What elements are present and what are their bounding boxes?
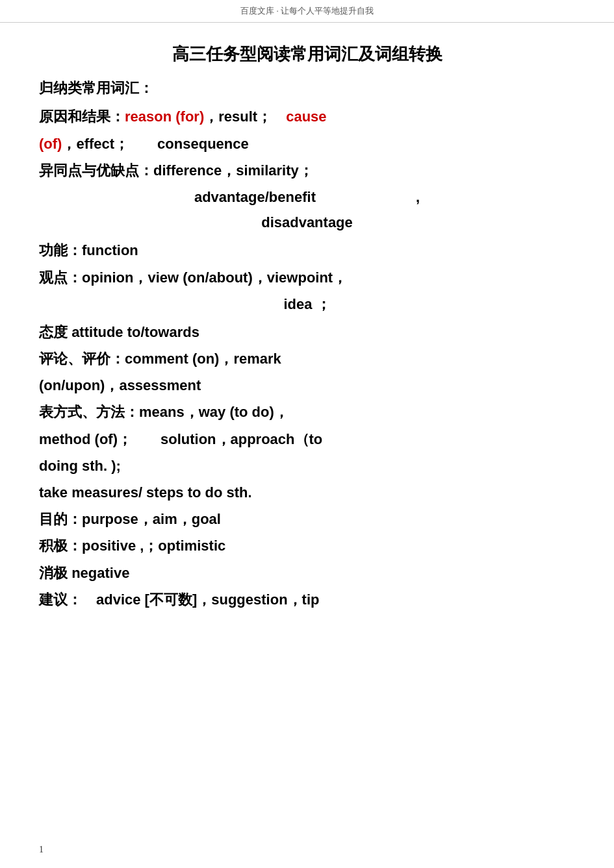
vocab-doing: doing sth. ); xyxy=(39,458,121,474)
section-cause-effect-2: (of)，effect； consequence xyxy=(39,132,575,155)
chinese-opinion: 观点： xyxy=(39,269,82,286)
section-negative: 消极 negative xyxy=(39,562,575,584)
vocab-positive: positive ,；optimistic xyxy=(82,538,225,554)
vocab-comment: comment (on)，remark xyxy=(125,351,281,367)
header-text: 百度文库 · 让每个人平等地提升自我 xyxy=(240,6,374,16)
vocab-difference: difference，similarity； xyxy=(153,162,313,179)
chinese-negative: 消极 xyxy=(39,565,71,581)
vocab-of: (of) xyxy=(39,136,62,152)
section-measures: take measures/ steps to do sth. xyxy=(39,481,575,504)
content-area: 高三任务型阅读常用词汇及词组转换 归纳类常用词汇： 原因和结果：reason (… xyxy=(0,23,614,654)
chinese-attitude: 态度 xyxy=(39,324,71,340)
punct1: ，result； xyxy=(204,108,286,125)
chinese-label: 原因和结果： xyxy=(39,108,125,125)
page-title: 高三任务型阅读常用词汇及词组转换 xyxy=(39,42,575,66)
subtitle: 归纳类常用词汇： xyxy=(39,77,575,99)
section-suggestion: 建议： advice [不可数]，suggestion，tip xyxy=(39,588,575,611)
chinese-purpose: 目的： xyxy=(39,511,82,527)
section-function: 功能：function xyxy=(39,239,575,262)
vocab-reason: reason (for) xyxy=(125,108,204,125)
section-purpose: 目的：purpose，aim，goal xyxy=(39,508,575,530)
section-method-3: doing sth. ); xyxy=(39,454,575,477)
vocab-advantage: advantage/benefit , xyxy=(39,186,575,208)
chinese-method: 表方式、方法： xyxy=(39,404,139,420)
section-comment: 评论、评价：comment (on)，remark xyxy=(39,347,575,370)
vocab-opinion: opinion，view (on/about)，viewpoint， xyxy=(82,269,347,286)
section-positive: 积极：positive ,；optimistic xyxy=(39,534,575,557)
vocab-remark: (on/upon)，assessment xyxy=(39,377,201,393)
page-container: 百度文库 · 让每个人平等地提升自我 高三任务型阅读常用词汇及词组转换 归纳类常… xyxy=(0,0,614,868)
chinese-positive: 积极： xyxy=(39,538,82,554)
header-bar: 百度文库 · 让每个人平等地提升自我 xyxy=(0,0,614,23)
section-method-2: method (of)； solution，approach（to xyxy=(39,428,575,451)
vocab-measures: take measures/ steps to do sth. xyxy=(39,484,252,501)
vocab-attitude: attitude to/towards xyxy=(71,324,199,340)
vocab-purpose: purpose，aim，goal xyxy=(82,511,221,527)
chinese-suggestion: 建议： xyxy=(39,591,96,608)
vocab-advice: advice [不可数]，suggestion，tip xyxy=(96,591,319,608)
vocab-function: function xyxy=(82,242,138,258)
chinese-comment: 评论、评价： xyxy=(39,351,125,367)
chinese-diff: 异同点与优缺点： xyxy=(39,162,153,179)
vocab-effect: ，effect； consequence xyxy=(62,136,248,152)
section-difference: 异同点与优缺点：difference，similarity； xyxy=(39,159,575,182)
section-cause-effect: 原因和结果：reason (for)，result； cause xyxy=(39,105,575,128)
vocab-method: method (of)； solution，approach（to xyxy=(39,431,322,447)
vocab-means: means，way (to do)， xyxy=(139,404,288,420)
chinese-func: 功能： xyxy=(39,242,82,258)
section-method: 表方式、方法：means，way (to do)， xyxy=(39,401,575,423)
section-comment-2: (on/upon)，assessment xyxy=(39,374,575,397)
page-number: 1 xyxy=(39,845,44,855)
vocab-negative: negative xyxy=(71,565,129,581)
vocab-disadvantage: disadvantage xyxy=(39,211,575,234)
vocab-idea: idea ； xyxy=(39,293,575,316)
vocab-cause: cause xyxy=(286,108,326,125)
section-attitude: 态度 attitude to/towards xyxy=(39,321,575,343)
section-opinion: 观点：opinion，view (on/about)，viewpoint， xyxy=(39,266,575,289)
